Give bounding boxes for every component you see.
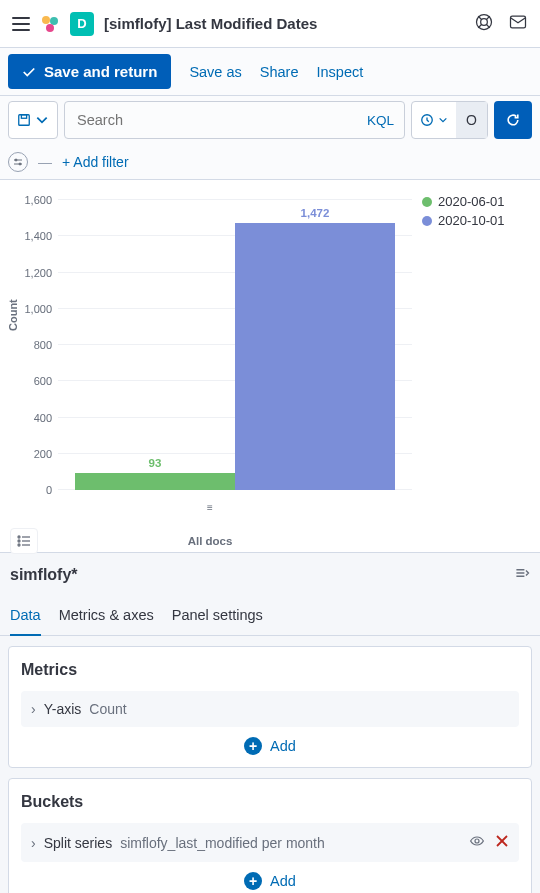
saved-query-button[interactable] [8, 101, 58, 139]
page-title: [simflofy] Last Modified Dates [104, 15, 464, 32]
svg-rect-10 [19, 115, 30, 126]
y-tick: 1,200 [16, 267, 52, 279]
save-and-return-button[interactable]: Save and return [8, 54, 171, 89]
bar-chart: Count 02004006008001,0001,2001,4001,6009… [58, 190, 412, 500]
svg-point-2 [46, 24, 54, 32]
svg-point-21 [18, 544, 20, 546]
save-and-return-label: Save and return [44, 63, 157, 80]
chevron-right-icon: › [31, 701, 36, 717]
bar-value-label: 1,472 [235, 207, 395, 219]
svg-point-15 [15, 159, 17, 161]
metrics-section: Metrics › Y-axis Count + Add [8, 646, 532, 768]
refresh-button[interactable] [494, 101, 532, 139]
y-tick: 0 [16, 484, 52, 496]
elastic-logo [40, 14, 60, 34]
metric-label: Y-axis [44, 701, 82, 717]
svg-point-1 [50, 17, 58, 25]
y-tick: 1,000 [16, 303, 52, 315]
legend-label: 2020-06-01 [438, 194, 505, 209]
add-filter-link[interactable]: + Add filter [62, 154, 129, 170]
svg-point-0 [42, 16, 50, 24]
svg-line-6 [487, 16, 490, 19]
add-metric-label: Add [270, 738, 296, 754]
svg-rect-11 [21, 115, 26, 119]
chart-area: Count 02004006008001,0001,2001,4001,6009… [0, 180, 540, 552]
search-wrapper: KQL [64, 101, 405, 139]
y-tick: 1,400 [16, 230, 52, 242]
legend-toggle-button[interactable] [10, 528, 38, 554]
menu-toggle[interactable] [12, 17, 30, 31]
y-tick: 600 [16, 375, 52, 387]
chart-bar: 1,472 [235, 223, 395, 490]
buckets-title: Buckets [21, 793, 519, 811]
refresh-icon [505, 112, 521, 128]
clock-icon [420, 113, 434, 127]
time-range-short: O [456, 102, 487, 138]
svg-line-8 [487, 24, 490, 27]
plus-icon: + [244, 872, 262, 890]
editor-tabs: Data Metrics & axes Panel settings [0, 597, 540, 636]
collapse-icon[interactable]: — [38, 154, 52, 170]
search-input[interactable] [65, 112, 357, 128]
svg-point-23 [475, 839, 479, 843]
legend-dot-icon [422, 216, 432, 226]
svg-point-17 [18, 536, 20, 538]
metric-row[interactable]: › Y-axis Count [21, 691, 519, 727]
svg-point-16 [19, 163, 21, 165]
svg-line-7 [478, 24, 481, 27]
collapse-panel-icon[interactable] [514, 565, 530, 585]
svg-line-5 [478, 16, 481, 19]
svg-point-4 [481, 18, 488, 25]
query-language-toggle[interactable]: KQL [357, 113, 404, 128]
index-pattern-title[interactable]: simflofy* [10, 566, 78, 584]
y-tick: 1,600 [16, 194, 52, 206]
metrics-title: Metrics [21, 661, 519, 679]
svg-point-19 [18, 540, 20, 542]
share-link[interactable]: Share [260, 64, 299, 80]
bar-value-label: 93 [75, 457, 235, 469]
metric-value: Count [89, 701, 126, 717]
save-as-link[interactable]: Save as [189, 64, 241, 80]
y-tick: 200 [16, 448, 52, 460]
chart-legend: 2020-06-012020-10-01 [412, 190, 532, 547]
app-badge: D [70, 12, 94, 36]
disk-icon [17, 113, 31, 127]
plus-icon: + [244, 737, 262, 755]
remove-bucket-icon[interactable] [495, 834, 509, 851]
help-icon[interactable] [474, 12, 494, 36]
chart-bar: 93 [75, 473, 235, 490]
buckets-section: Buckets › Split series simflofy_last_mod… [8, 778, 532, 893]
chevron-down-icon [438, 115, 448, 125]
x-tick-mark: ≡ [8, 502, 412, 513]
check-icon [22, 65, 36, 79]
bucket-row[interactable]: › Split series simflofy_last_modified pe… [21, 823, 519, 862]
x-axis-label: All docs [8, 535, 412, 547]
inspect-link[interactable]: Inspect [316, 64, 363, 80]
time-picker[interactable]: O [411, 101, 488, 139]
legend-label: 2020-10-01 [438, 213, 505, 228]
mail-icon[interactable] [508, 12, 528, 36]
chevron-down-icon [35, 113, 49, 127]
tab-panel-settings[interactable]: Panel settings [172, 597, 263, 635]
bucket-label: Split series [44, 835, 112, 851]
y-tick: 800 [16, 339, 52, 351]
add-bucket-button[interactable]: + Add [21, 862, 519, 890]
svg-rect-9 [511, 16, 526, 28]
legend-dot-icon [422, 197, 432, 207]
legend-item[interactable]: 2020-06-01 [422, 194, 532, 209]
chevron-right-icon: › [31, 835, 36, 851]
add-metric-button[interactable]: + Add [21, 727, 519, 755]
toggle-visibility-icon[interactable] [469, 833, 485, 852]
tab-metrics-axes[interactable]: Metrics & axes [59, 597, 154, 635]
legend-item[interactable]: 2020-10-01 [422, 213, 532, 228]
filter-settings-icon[interactable] [8, 152, 28, 172]
tab-data[interactable]: Data [10, 597, 41, 636]
bucket-value: simflofy_last_modified per month [120, 835, 325, 851]
y-tick: 400 [16, 412, 52, 424]
add-bucket-label: Add [270, 873, 296, 889]
